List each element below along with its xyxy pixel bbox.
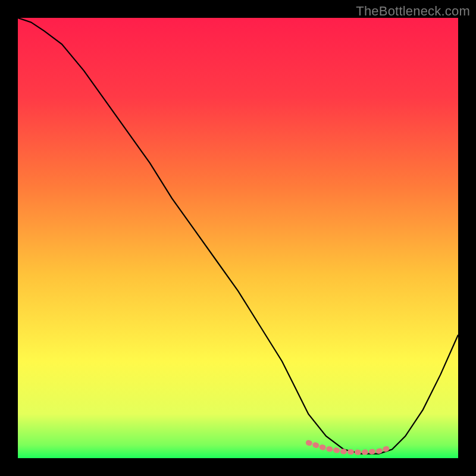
gradient-background bbox=[18, 18, 458, 458]
watermark-text: TheBottleneck.com bbox=[356, 4, 470, 19]
chart-svg bbox=[18, 18, 458, 458]
chart-frame bbox=[18, 18, 458, 458]
